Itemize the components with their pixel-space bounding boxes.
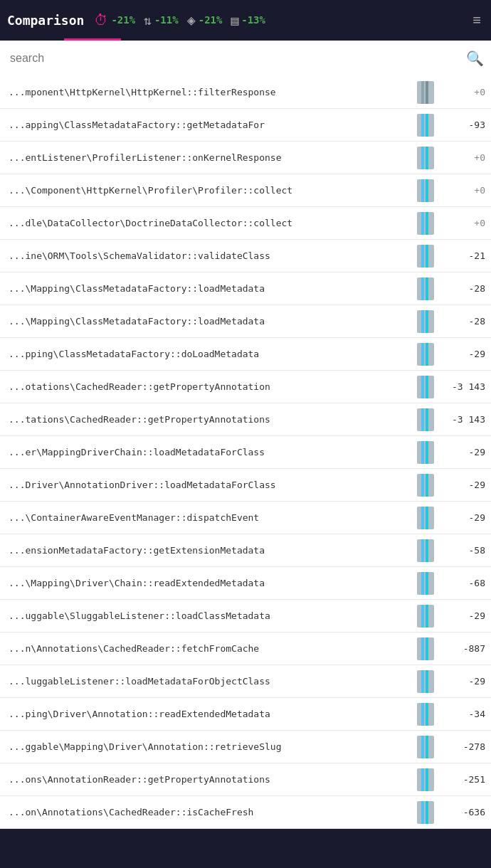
row-value: -34 [443, 709, 485, 719]
row-value: -93 [443, 120, 485, 130]
row-bar [417, 212, 434, 235]
memory-icon: ◈ [187, 11, 196, 28]
row-label: ...ping\Driver\Annotation::readExtendedM… [9, 709, 408, 719]
row-label: ...luggableListener::loadMetadataForObje… [9, 676, 408, 687]
timer-icon: ⏱ [94, 11, 108, 28]
list-item[interactable]: ...ine\ORM\Tools\SchemaValidator::valida… [0, 240, 491, 272]
list-item[interactable]: ...\Mapping\ClassMetadataFactory::loadMe… [0, 305, 491, 338]
row-label: ...ons\AnnotationReader::getPropertyAnno… [9, 774, 408, 785]
row-label: ...er\MappingDriverChain::loadMetadataFo… [9, 447, 408, 457]
list-item[interactable]: ...ping\Driver\Annotation::readExtendedM… [0, 698, 491, 731]
list-item[interactable]: ...\Mapping\ClassMetadataFactory::loadMe… [0, 272, 491, 305]
row-bar-container [413, 637, 438, 660]
row-value: +0 [443, 87, 485, 97]
row-bar [417, 801, 434, 824]
row-label: ...otations\CachedReader::getPropertyAnn… [9, 381, 408, 392]
menu-icon: ≡ [472, 12, 481, 28]
list-item[interactable]: ...pping\ClassMetadataFactory::doLoadMet… [0, 338, 491, 371]
row-label: ...ensionMetadataFactory::getExtensionMe… [9, 545, 408, 556]
row-label: ...ggable\Mapping\Driver\Annotation::ret… [9, 741, 408, 752]
row-bar-container [413, 670, 438, 693]
row-label: ...on\Annotations\CachedReader::isCacheF… [9, 807, 408, 817]
row-bar-container [413, 768, 438, 791]
row-label: ...\Mapping\ClassMetadataFactory::loadMe… [9, 283, 408, 294]
calls-icon: ⇅ [144, 13, 152, 28]
list-item[interactable]: ...otations\CachedReader::getPropertyAnn… [0, 371, 491, 403]
row-bar [417, 408, 434, 431]
memory-value: -21% [199, 14, 223, 26]
row-value: -3 143 [443, 414, 485, 425]
row-bar-container [413, 736, 438, 758]
row-value: +0 [443, 218, 485, 228]
row-label: ...\Mapping\ClassMetadataFactory::loadMe… [9, 316, 408, 327]
row-value: +0 [443, 185, 485, 196]
row-bar [417, 768, 434, 791]
io-value: -13% [241, 14, 265, 26]
row-bar-container [413, 703, 438, 726]
list-item[interactable]: ...\Mapping\Driver\Chain::readExtendedMe… [0, 567, 491, 600]
memory-metric: ◈ -21% [187, 11, 223, 28]
search-input[interactable] [10, 52, 481, 65]
row-label: ...\ContainerAwareEventManager::dispatch… [9, 512, 408, 523]
row-bar [417, 605, 434, 628]
row-bar-container [413, 474, 438, 497]
list-item[interactable]: ...n\Annotations\CachedReader::fetchFrom… [0, 633, 491, 665]
menu-button[interactable]: ≡ [470, 9, 484, 31]
row-bar-container [413, 212, 438, 235]
row-bar [417, 441, 434, 464]
row-bar-container [413, 147, 438, 169]
row-label: ...apping\ClassMetadataFactory::getMetad… [9, 120, 408, 130]
row-value: -58 [443, 545, 485, 556]
list-item[interactable]: ...tations\CachedReader::getPropertyAnno… [0, 403, 491, 436]
list-item[interactable]: ...entListener\ProfilerListener::onKerne… [0, 142, 491, 174]
row-value: -3 143 [443, 381, 485, 392]
list-item[interactable]: ...er\MappingDriverChain::loadMetadataFo… [0, 436, 491, 469]
row-bar-container [413, 507, 438, 529]
row-value: -29 [443, 676, 485, 687]
row-value: -636 [443, 807, 485, 817]
calls-value: -11% [154, 14, 179, 26]
list-item[interactable]: ...uggable\SluggableListener::loadClassM… [0, 600, 491, 633]
row-bar [417, 277, 434, 300]
search-icon: 🔍 [466, 50, 484, 67]
io-icon: ▤ [231, 13, 238, 28]
list-item[interactable]: ...\ContainerAwareEventManager::dispatch… [0, 502, 491, 534]
row-bar [417, 147, 434, 169]
row-bar [417, 343, 434, 366]
list-item[interactable]: ...on\Annotations\CachedReader::isCacheF… [0, 796, 491, 829]
list-item[interactable]: ...ons\AnnotationReader::getPropertyAnno… [0, 763, 491, 796]
header: Comparison ⏱ -21% ⇅ -11% ◈ -21% ▤ -13% ≡ [0, 0, 491, 40]
list-item[interactable]: ...\Component\HttpKernel\Profiler\Profil… [0, 174, 491, 207]
row-bar-container [413, 539, 438, 562]
row-value: -68 [443, 578, 485, 588]
list-item[interactable]: ...luggableListener::loadMetadataForObje… [0, 665, 491, 698]
row-bar [417, 179, 434, 202]
row-label: ...Driver\AnnotationDriver::loadMetadata… [9, 480, 408, 490]
row-bar [417, 637, 434, 660]
row-value: -28 [443, 316, 485, 327]
row-value: -278 [443, 741, 485, 752]
list-item[interactable]: ...dle\DataCollector\DoctrineDataCollect… [0, 207, 491, 240]
row-bar [417, 703, 434, 726]
time-metric: ⏱ -21% [94, 11, 135, 28]
row-bar-container [413, 572, 438, 595]
row-label: ...uggable\SluggableListener::loadClassM… [9, 610, 408, 621]
list-item[interactable]: ...ensionMetadataFactory::getExtensionMe… [0, 534, 491, 567]
list-item[interactable]: ...ggable\Mapping\Driver\Annotation::ret… [0, 731, 491, 763]
time-value: -21% [111, 14, 135, 26]
row-bar-container [413, 408, 438, 431]
row-label: ...dle\DataCollector\DoctrineDataCollect… [9, 218, 408, 228]
row-bar-container [413, 441, 438, 464]
list-item[interactable]: ...apping\ClassMetadataFactory::getMetad… [0, 109, 491, 142]
row-value: -251 [443, 774, 485, 785]
row-label: ...\Mapping\Driver\Chain::readExtendedMe… [9, 578, 408, 588]
row-bar-container [413, 376, 438, 398]
rows-list: ...mponent\HttpKernel\HttpKernel::filter… [0, 76, 491, 829]
row-bar [417, 474, 434, 497]
row-bar [417, 670, 434, 693]
row-bar-container [413, 277, 438, 300]
list-item[interactable]: ...mponent\HttpKernel\HttpKernel::filter… [0, 76, 491, 109]
row-bar-container [413, 114, 438, 137]
page-title: Comparison [7, 13, 84, 28]
list-item[interactable]: ...Driver\AnnotationDriver::loadMetadata… [0, 469, 491, 502]
